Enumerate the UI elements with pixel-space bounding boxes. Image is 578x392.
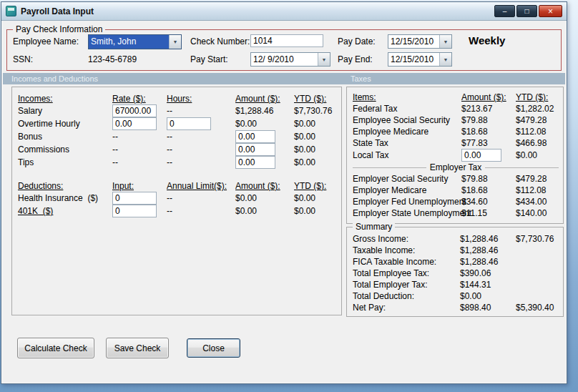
app-icon: [6, 6, 16, 16]
salary-rate-input[interactable]: [112, 104, 157, 117]
ssn-value: 123-45-6789: [88, 54, 137, 64]
table-cell: [461, 149, 516, 162]
table-cell: [112, 205, 167, 217]
employee-name-value: Smith, John: [89, 35, 169, 49]
health-limit-cell: --: [167, 192, 235, 205]
bonus-ytd-cell: $0.00: [294, 130, 337, 143]
save-check-button[interactable]: Save Check: [106, 338, 169, 358]
summary-ytd-cell: [516, 256, 559, 268]
payroll-window: Payroll Data Input – □ × Pay Check Infor…: [1, 1, 567, 384]
pay-start-picker[interactable]: 12/ 9/2010 ▼: [250, 52, 330, 67]
tips-rate-cell: --: [112, 156, 167, 169]
check-number-input[interactable]: [250, 34, 323, 47]
income-label-overtime: Overtime Hourly: [18, 117, 112, 130]
employer-tax-separator: Employer Tax: [353, 162, 559, 173]
paycheck-info-group: Pay Check Information Employee Name: Smi…: [6, 29, 562, 71]
summary-label-net-pay: Net Pay:: [353, 302, 460, 313]
check-number-label: Check Number:: [190, 36, 250, 46]
health-amount-cell: $0.00: [235, 192, 294, 205]
close-button[interactable]: Close: [187, 338, 240, 358]
summary-value-cell: $1,288.46: [460, 256, 516, 268]
tax-ytd-cell: $112.08: [516, 185, 559, 196]
tax-label-emp-ss: Employee Social Security: [353, 114, 461, 126]
maximize-button[interactable]: □: [516, 5, 537, 17]
tax-amount-cell: $34.60: [461, 196, 516, 207]
summary-label-total-employer-tax: Total Employer Tax:: [353, 279, 460, 290]
chevron-down-icon[interactable]: ▼: [439, 53, 451, 66]
table-cell: [235, 156, 294, 169]
chevron-down-icon[interactable]: ▼: [318, 53, 330, 66]
tax-ytd-cell: $112.08: [516, 126, 559, 137]
close-window-button[interactable]: ×: [539, 5, 562, 17]
tax-ytd-cell: $1,282.02: [516, 103, 559, 114]
bonus-hours-cell: --: [167, 130, 235, 143]
summary-ytd-cell: [516, 268, 559, 279]
pay-start-value: 12/ 9/2010: [251, 53, 318, 66]
tax-ytd-cell: $0.00: [516, 149, 559, 162]
incomes-header-hours: Hours:: [167, 93, 235, 104]
incomes-deductions-group: Incomes: Rate ($): Hours: Amount ($): YT…: [11, 87, 342, 315]
commissions-amount-input[interactable]: [235, 143, 275, 156]
paycheck-info-legend: Pay Check Information: [13, 24, 105, 34]
taxes-table: Items: Amount ($): YTD ($): Federal Tax …: [347, 87, 563, 219]
overtime-ytd-cell: $0.00: [294, 117, 337, 130]
table-cell: [235, 130, 294, 143]
tips-amount-input[interactable]: [235, 156, 275, 169]
local-tax-input[interactable]: [461, 149, 501, 162]
summary-label-gross: Gross Income:: [353, 233, 460, 245]
tax-ytd-cell: $466.98: [516, 137, 559, 149]
income-label-bonus: Bonus: [18, 130, 112, 143]
summary-ytd-cell: [516, 290, 559, 302]
table-cell: [112, 104, 167, 117]
pay-end-picker[interactable]: 12/15/2010 ▼: [388, 52, 452, 67]
tax-label-emp-medicare: Employee Medicare: [353, 126, 461, 137]
chevron-down-icon[interactable]: ▼: [169, 35, 181, 49]
summary-value-cell: $0.00: [460, 290, 516, 302]
employee-name-label: Employee Name:: [13, 36, 79, 46]
tax-amount-cell: $18.68: [461, 126, 516, 137]
incomes-table: Incomes: Rate ($): Hours: Amount ($): YT…: [12, 87, 341, 217]
summary-value-cell: $1,288.46: [460, 245, 516, 256]
401k-input[interactable]: [112, 205, 157, 217]
health-insurance-input[interactable]: [112, 192, 157, 205]
bonus-amount-input[interactable]: [235, 130, 275, 143]
summary-label-total-employee-tax: Total Employee Tax:: [353, 268, 460, 279]
pay-start-label: Pay Start:: [190, 54, 228, 64]
incomes-header-rate: Rate ($):: [112, 93, 167, 104]
taxes-header-ytd: YTD ($):: [516, 92, 559, 103]
minimize-button[interactable]: –: [494, 5, 515, 17]
deduction-label-401k-link[interactable]: 401K ($): [18, 205, 112, 217]
tax-label-local: Local Tax: [353, 149, 461, 162]
income-label-salary: Salary: [18, 104, 112, 117]
401k-limit-cell: --: [167, 205, 235, 217]
tips-hours-cell: --: [167, 156, 235, 169]
commissions-rate-cell: --: [112, 143, 167, 156]
summary-value-cell: $390.06: [460, 268, 516, 279]
summary-label-total-deduction: Total Deduction:: [353, 290, 460, 302]
incomes-header-name: Incomes:: [18, 93, 112, 104]
window-title: Payroll Data Input: [21, 6, 94, 16]
taxes-header-items: Items:: [353, 92, 461, 103]
section-title-incomes: Incomes and Deductions: [11, 74, 98, 83]
tax-label-employer-fed-unemp: Employer Fed Unemployment: [353, 196, 461, 207]
table-cell: [112, 117, 167, 130]
ssn-label: SSN:: [13, 54, 33, 64]
overtime-rate-input[interactable]: [112, 117, 157, 130]
employer-tax-header: Employer Tax: [426, 162, 485, 172]
chevron-down-icon[interactable]: ▼: [439, 35, 451, 48]
overtime-hours-input[interactable]: [167, 117, 211, 130]
employee-name-combobox[interactable]: Smith, John ▼: [88, 34, 182, 49]
salary-hours-cell: --: [167, 104, 235, 117]
summary-value-cell: $144.31: [460, 279, 516, 290]
incomes-header-ytd: YTD ($):: [294, 93, 337, 104]
calculate-check-button[interactable]: Calculate Check: [17, 338, 94, 358]
tax-label-federal: Federal Tax: [353, 103, 461, 114]
tax-label-employer-state-unemp: Employer State Unemployment: [353, 207, 461, 219]
summary-ytd-cell: [516, 279, 559, 290]
pay-date-picker[interactable]: 12/15/2010 ▼: [388, 34, 452, 49]
incomes-header-amount: Amount ($):: [235, 93, 294, 104]
titlebar[interactable]: Payroll Data Input – □ ×: [1, 2, 567, 21]
summary-ytd-cell: $7,730.76: [516, 233, 559, 245]
tips-ytd-cell: $0.00: [294, 156, 337, 169]
summary-value-cell: $1,288.46: [460, 233, 516, 245]
